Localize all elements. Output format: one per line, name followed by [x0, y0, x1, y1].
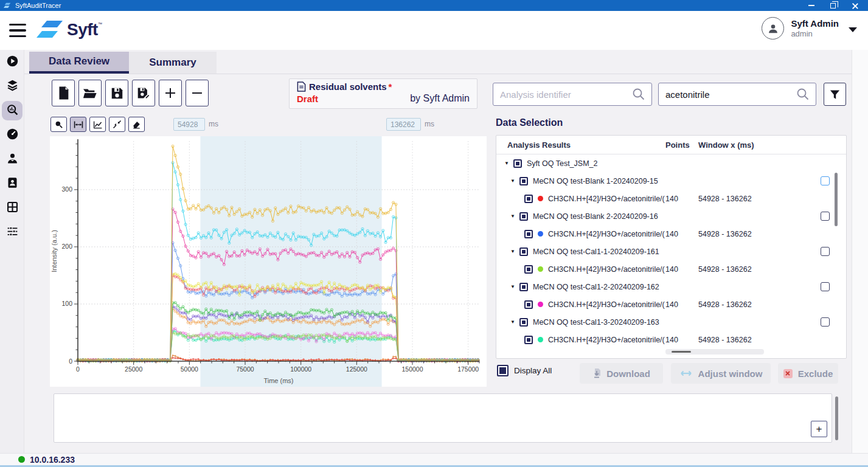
analysis-search-input[interactable] — [493, 89, 631, 100]
document-title: Residual solvents — [309, 81, 387, 92]
adjust-window-button[interactable]: Adjust window — [671, 363, 771, 384]
sidebar-item-play[interactable] — [0, 50, 24, 74]
expander-caret-icon[interactable]: ▼ — [504, 161, 513, 166]
display-all-checkbox-icon[interactable] — [497, 365, 509, 376]
svg-text:200: 200 — [61, 243, 72, 250]
column-analysis-results: Analysis Results — [507, 140, 571, 150]
download-button[interactable]: Download — [580, 363, 663, 384]
save-icon — [111, 87, 123, 100]
close-icon[interactable] — [852, 2, 858, 9]
sidebar-item-gauge[interactable] — [0, 123, 24, 147]
group-checkbox[interactable] — [821, 247, 830, 256]
person-icon — [766, 22, 780, 35]
chromatogram-chart[interactable]: 0100200300025000500007500010000012500015… — [50, 136, 487, 387]
window-titlebar: SyftAuditTracer — [0, 0, 868, 11]
right-gutter — [852, 50, 868, 453]
group-checkbox[interactable] — [821, 212, 830, 221]
chevron-down-icon[interactable] — [849, 27, 857, 32]
group-checkbox[interactable] — [821, 176, 830, 185]
tree-group-row[interactable]: ▼MeCN OQ test-Blank 1-20240209-15 — [496, 172, 846, 190]
add-panel-button[interactable]: + — [811, 421, 827, 437]
svg-text:0: 0 — [76, 365, 80, 373]
tab-summary[interactable]: Summary — [129, 52, 217, 74]
tree-group-row[interactable]: ▼MeCN OQ test-Cal1-2-20240209-162 — [496, 278, 846, 296]
visibility-toggle-icon[interactable] — [524, 230, 533, 238]
sidebar-item-id-badge[interactable] — [0, 171, 24, 196]
restore-icon[interactable] — [830, 3, 836, 9]
tree-leaf-row[interactable]: CH3CN.H+[42]/H3O+/acetonitrile/(14054928… — [496, 225, 846, 243]
group-checkbox[interactable] — [821, 317, 830, 327]
remove-button[interactable] — [186, 80, 209, 106]
user-menu[interactable]: Syft Admin admin — [762, 17, 857, 40]
fit-arrows-icon — [113, 120, 122, 129]
window-start-input[interactable] — [173, 118, 205, 131]
expander-caret-icon[interactable]: ▼ — [510, 178, 519, 184]
sidebar-item-sliders[interactable] — [0, 220, 24, 244]
bottom-vertical-scrollbar[interactable] — [835, 396, 838, 440]
tab-data-review[interactable]: Data Review — [29, 52, 129, 74]
tree-group-row[interactable]: ▼MeCN OQ test-Blank 2-20240209-16 — [496, 207, 846, 225]
tree-vertical-scrollbar[interactable] — [835, 173, 838, 226]
points-value: 140 — [665, 265, 678, 274]
visibility-toggle-icon[interactable] — [519, 212, 528, 221]
group-checkbox[interactable] — [821, 282, 830, 291]
expander-caret-icon[interactable]: ▼ — [510, 319, 519, 325]
exclude-button[interactable]: Exclude — [778, 363, 838, 384]
tree-group-row[interactable]: ▼MeCN OQ test-Cal1-1-20240209-161 — [496, 243, 846, 260]
chart-trend-button[interactable] — [89, 117, 106, 132]
sidebar-item-user[interactable] — [0, 147, 24, 171]
tree-leaf-row[interactable]: CH3CN.H+[42]/H3O+/acetonitrile/(14054928… — [496, 260, 846, 278]
chart-x-window-button[interactable] — [70, 117, 86, 132]
visibility-toggle-icon[interactable] — [513, 159, 522, 168]
tree-item-label: CH3CN.H+[42]/H3O+/acetonitrile/( — [548, 336, 665, 344]
tree-root-row[interactable]: ▼Syft OQ Test_JSM_2 — [496, 154, 846, 172]
sidebar-item-grid[interactable] — [0, 196, 24, 220]
chart-erase-button[interactable] — [128, 117, 145, 132]
hamburger-menu-icon[interactable] — [9, 24, 26, 37]
sidebar-item-layers[interactable] — [0, 74, 24, 99]
visibility-toggle-icon[interactable] — [519, 247, 528, 256]
minus-icon — [191, 87, 203, 99]
filter-button[interactable] — [824, 83, 846, 106]
document-status: Draft — [297, 94, 318, 104]
open-file-button[interactable] — [78, 80, 102, 106]
expander-caret-icon[interactable]: ▼ — [510, 284, 519, 289]
tree-leaf-row[interactable]: CH3CN.H+[42]/H3O+/acetonitrile/(14054928… — [496, 296, 846, 313]
sidebar-item-search-analytics[interactable] — [0, 99, 24, 123]
visibility-toggle-icon[interactable] — [524, 265, 533, 274]
save-button[interactable] — [105, 80, 128, 106]
visibility-toggle-icon[interactable] — [524, 195, 533, 203]
search-icon[interactable] — [796, 87, 810, 102]
expander-caret-icon[interactable]: ▼ — [510, 249, 519, 254]
search-icon[interactable] — [631, 87, 646, 102]
avatar — [762, 17, 784, 40]
window-value: 54928 - 136262 — [698, 195, 752, 203]
chart-fit-button[interactable] — [109, 117, 125, 132]
new-file-button[interactable] — [52, 80, 75, 106]
svg-text:300: 300 — [61, 185, 72, 193]
visibility-toggle-icon[interactable] — [524, 300, 533, 309]
add-button[interactable] — [159, 80, 182, 106]
tree-leaf-row[interactable]: CH3CN.H+[42]/H3O+/acetonitrile/(14054928… — [496, 331, 846, 348]
tree-group-row[interactable]: ▼MeCN OQ test-Cal1-3-20240209-163 — [496, 313, 846, 331]
compound-search-input[interactable] — [659, 89, 796, 100]
id-badge-icon — [6, 176, 19, 192]
points-value: 140 — [665, 336, 678, 344]
chart-zoom-button[interactable] — [50, 117, 67, 132]
window-end-input[interactable] — [386, 118, 421, 131]
visibility-toggle-icon[interactable] — [519, 177, 528, 185]
visibility-toggle-icon[interactable] — [524, 336, 533, 344]
sidebar-rail — [0, 50, 24, 453]
visibility-toggle-icon[interactable] — [519, 318, 528, 327]
connection-status-icon — [18, 456, 25, 463]
tree-horizontal-scrollbar-thumb[interactable] — [672, 351, 691, 353]
svg-text:100000: 100000 — [290, 365, 311, 373]
save-as-button[interactable] — [132, 80, 155, 106]
visibility-toggle-icon[interactable] — [519, 283, 528, 291]
display-all-checkbox[interactable]: Display All — [497, 365, 552, 376]
window-end-unit: ms — [425, 120, 434, 128]
minimize-icon[interactable] — [808, 5, 814, 6]
expander-caret-icon[interactable]: ▼ — [510, 213, 519, 219]
tree-leaf-row[interactable]: CH3CN.H+[42]/H3O+/acetonitrile/(14054928… — [496, 190, 846, 207]
tree-item-label: CH3CN.H+[42]/H3O+/acetonitrile/( — [548, 300, 665, 309]
